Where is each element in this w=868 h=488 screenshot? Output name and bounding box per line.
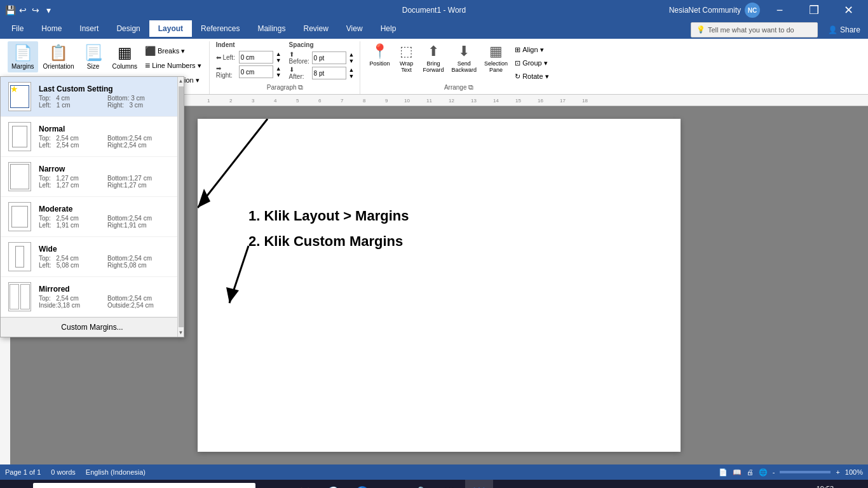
indent-right-up[interactable]: ▲: [276, 65, 281, 72]
word-count: 0 words: [51, 468, 76, 476]
spacing-header: Spacing: [289, 41, 355, 48]
explorer-icon[interactable]: 📁: [290, 480, 318, 488]
rotate-button[interactable]: ↻ Rotate ▾: [512, 71, 551, 83]
svg-text:8: 8: [363, 98, 366, 104]
margin-text-mirrored: Mirrored Top: 2,54 cm Bottom:2,54 cm Ins…: [39, 285, 176, 309]
indent-left-input[interactable]: 0 cm: [239, 51, 273, 64]
svg-text:13: 13: [471, 98, 477, 104]
selection-pane-button[interactable]: ▦ SelectionPane: [481, 41, 511, 75]
chrome-icon[interactable]: 🔵: [348, 480, 376, 488]
zoom-out-button[interactable]: -: [773, 468, 775, 476]
start-button[interactable]: ⊞: [3, 480, 31, 488]
customize-icon[interactable]: ▾: [43, 5, 53, 15]
breaks-button[interactable]: ⬛ Breaks ▾: [142, 44, 204, 58]
svg-text:15: 15: [515, 98, 521, 104]
orientation-button[interactable]: 📋 Orientation: [39, 41, 78, 72]
position-button[interactable]: 📍 Position: [367, 41, 393, 69]
read-mode-icon[interactable]: 📖: [733, 468, 742, 477]
wrap-text-icon: ⬚: [400, 43, 413, 60]
quick-access-toolbar: 💾 ↩ ↪ ▾: [5, 5, 53, 15]
tab-help[interactable]: Help: [372, 20, 405, 39]
group-button[interactable]: ⊡ Group ▾: [512, 57, 551, 69]
edge-icon[interactable]: 🌊: [319, 480, 347, 488]
lightbulb-icon: 💡: [696, 25, 705, 34]
paragraph-group: Indent ⬅ Left: 0 cm ▲ ▼ ➡ Right: 0 cm: [211, 41, 360, 94]
web-layout-icon[interactable]: 🌐: [759, 468, 768, 477]
wrap-text-button[interactable]: ⬚ WrapText: [395, 41, 419, 75]
system-clock[interactable]: 19:53 31/10/2020: [803, 485, 848, 488]
clock-time: 19:53: [817, 485, 834, 488]
taskbar: ⊞ 🔍 ⊟ 📁 🌊 🔵 ✉ 🔒 🛡 W 📶 🔊 🔋 19:53 31/10/20…: [0, 480, 868, 488]
layout-icon[interactable]: 📄: [719, 468, 728, 477]
margin-preview-last-custom: ★: [8, 82, 31, 111]
send-backward-button[interactable]: ⬇ SendBackward: [449, 41, 480, 75]
margin-preview-wide: [8, 242, 31, 271]
spacing-before-input[interactable]: 0 pt: [312, 51, 346, 64]
tab-view[interactable]: View: [337, 20, 372, 39]
margin-item-moderate[interactable]: Moderate Top: 2,54 cm Bottom:2,54 cm Lef…: [1, 197, 184, 237]
bring-forward-icon: ⬆: [428, 43, 439, 60]
indent-left-up[interactable]: ▲: [276, 51, 281, 57]
columns-icon: ▦: [118, 44, 132, 62]
taskbar-search[interactable]: 🔍: [33, 483, 255, 488]
align-button[interactable]: ⊞ Align ▾: [512, 44, 551, 56]
tab-review[interactable]: Review: [294, 20, 337, 39]
tab-design[interactable]: Design: [107, 20, 149, 39]
save-icon[interactable]: 💾: [5, 5, 15, 15]
vpn-icon[interactable]: 🛡: [436, 480, 464, 488]
indent-left-down[interactable]: ▼: [276, 57, 281, 64]
taskview-button[interactable]: ⊟: [261, 480, 288, 488]
margin-preview-moderate: [8, 202, 31, 231]
svg-line-31: [198, 119, 268, 208]
spacing-after-input[interactable]: 8 pt: [312, 67, 346, 79]
margin-item-narrow[interactable]: Narrow Top: 1,27 cm Bottom:1,27 cm Left:…: [1, 157, 184, 197]
share-button[interactable]: 👤 Share: [823, 24, 865, 36]
line-numbers-button[interactable]: ≡ Line Numbers ▾: [142, 58, 204, 72]
arrange-expand[interactable]: ⧉: [468, 83, 473, 91]
tab-file[interactable]: File: [3, 20, 32, 39]
margin-item-mirrored[interactable]: Mirrored Top: 2,54 cm Bottom:2,54 cm Ins…: [1, 277, 184, 317]
close-button[interactable]: ✕: [834, 0, 863, 20]
word-icon[interactable]: W: [465, 480, 493, 488]
zoom-in-button[interactable]: +: [836, 468, 839, 476]
scroll-up-button[interactable]: ▲: [177, 77, 185, 85]
minimize-button[interactable]: −: [765, 0, 794, 20]
window-controls: NesiaNet Community NC − ❒ ✕: [669, 0, 863, 20]
spacing-before-down[interactable]: ▼: [349, 58, 355, 64]
tell-me-input[interactable]: 💡 Tell me what you want to do: [691, 22, 818, 37]
tab-layout[interactable]: Layout: [149, 20, 192, 39]
margin-item-normal[interactable]: Normal Top: 2,54 cm Bottom:2,54 cm Left:…: [1, 117, 184, 157]
columns-button[interactable]: ▦ Columns: [109, 41, 141, 72]
margins-button[interactable]: 📄 Margins: [8, 41, 38, 72]
tab-insert[interactable]: Insert: [71, 20, 107, 39]
margin-item-wide[interactable]: Wide Top: 2,54 cm Bottom:2,54 cm Left: 5…: [1, 237, 184, 277]
indent-right-input[interactable]: 0 cm: [239, 65, 273, 78]
window-title: Document1 - Word: [402, 6, 466, 15]
arrange-label: Arrange ⧉: [362, 83, 557, 92]
spacing-before-up[interactable]: ▲: [349, 51, 355, 58]
position-icon: 📍: [371, 43, 388, 60]
zoom-slider[interactable]: [780, 471, 831, 473]
tab-mailings[interactable]: Mailings: [248, 20, 294, 39]
custom-margins-button[interactable]: Custom Margins...: [1, 317, 184, 337]
security-icon[interactable]: 🔒: [407, 480, 435, 488]
size-button[interactable]: 📃 Size: [79, 41, 107, 72]
margin-item-last-custom[interactable]: ★ Last Custom Setting Top: 4 cm Bottom: …: [1, 77, 184, 117]
paragraph-expand[interactable]: ⧉: [298, 83, 303, 91]
redo-icon[interactable]: ↪: [31, 5, 41, 15]
notification-button[interactable]: 🔔: [850, 480, 865, 488]
restore-button[interactable]: ❒: [799, 0, 829, 20]
tab-home[interactable]: Home: [32, 20, 71, 39]
print-layout-icon[interactable]: 🖨: [747, 468, 754, 476]
indent-right-down[interactable]: ▼: [276, 72, 281, 78]
margin-text-normal: Normal Top: 2,54 cm Bottom:2,54 cm Left:…: [39, 125, 176, 149]
spacing-after-down[interactable]: ▼: [349, 73, 355, 79]
mail-icon[interactable]: ✉: [377, 480, 405, 488]
svg-text:9: 9: [385, 98, 388, 104]
scroll-down-button[interactable]: ▼: [177, 329, 185, 337]
spacing-after-up[interactable]: ▲: [349, 67, 355, 73]
bring-forward-button[interactable]: ⬆ BringForward: [420, 41, 447, 75]
undo-icon[interactable]: ↩: [18, 5, 28, 15]
rotate-icon: ↻: [515, 72, 520, 81]
tab-references[interactable]: References: [192, 20, 248, 39]
